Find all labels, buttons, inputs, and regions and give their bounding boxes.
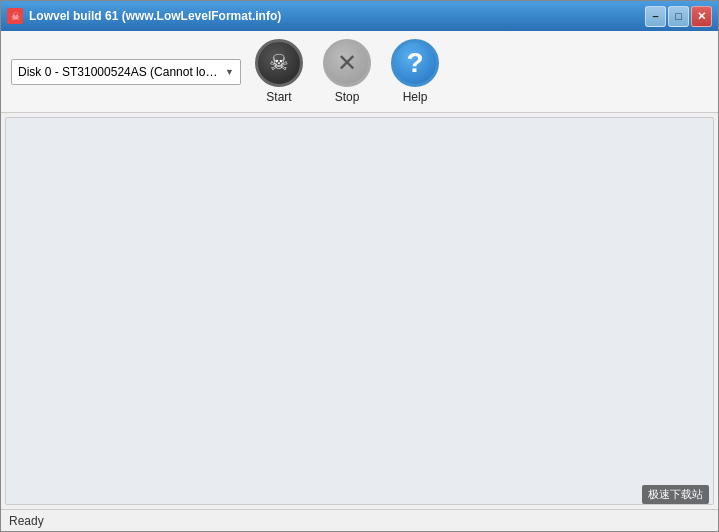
- status-text: Ready: [9, 514, 44, 528]
- window-title: Lowvel build 61 (www.LowLevelFormat.info…: [29, 9, 281, 23]
- main-window: ☠ Lowvel build 61 (www.LowLevelFormat.in…: [0, 0, 719, 532]
- stop-button-circle: ✕: [323, 39, 371, 87]
- start-button-circle: ☠: [255, 39, 303, 87]
- stop-button-label: Stop: [335, 90, 360, 104]
- title-bar-left: ☠ Lowvel build 61 (www.LowLevelFormat.in…: [7, 8, 281, 24]
- question-mark-icon: ?: [406, 47, 423, 79]
- minimize-button[interactable]: –: [645, 6, 666, 27]
- status-bar: Ready: [1, 509, 718, 531]
- start-button[interactable]: ☠ Start: [249, 37, 309, 106]
- start-button-label: Start: [266, 90, 291, 104]
- toolbar: Disk 0 - ST31000524AS (Cannot lock) ▼ ☠ …: [1, 31, 718, 113]
- x-icon: ✕: [337, 49, 357, 77]
- stop-button[interactable]: ✕ Stop: [317, 37, 377, 106]
- watermark: 极速下载站: [642, 485, 709, 504]
- help-button-circle: ?: [391, 39, 439, 87]
- main-content-area: [5, 117, 714, 505]
- close-button[interactable]: ✕: [691, 6, 712, 27]
- title-bar-buttons: – □ ✕: [645, 6, 712, 27]
- maximize-button[interactable]: □: [668, 6, 689, 27]
- title-bar: ☠ Lowvel build 61 (www.LowLevelFormat.in…: [1, 1, 718, 31]
- skull-icon: ☠: [269, 50, 289, 76]
- help-button[interactable]: ? Help: [385, 37, 445, 106]
- help-button-label: Help: [403, 90, 428, 104]
- disk-dropdown-text: Disk 0 - ST31000524AS (Cannot lock): [18, 65, 221, 79]
- disk-dropdown[interactable]: Disk 0 - ST31000524AS (Cannot lock) ▼: [11, 59, 241, 85]
- dropdown-arrow-icon: ▼: [225, 67, 234, 77]
- app-icon: ☠: [7, 8, 23, 24]
